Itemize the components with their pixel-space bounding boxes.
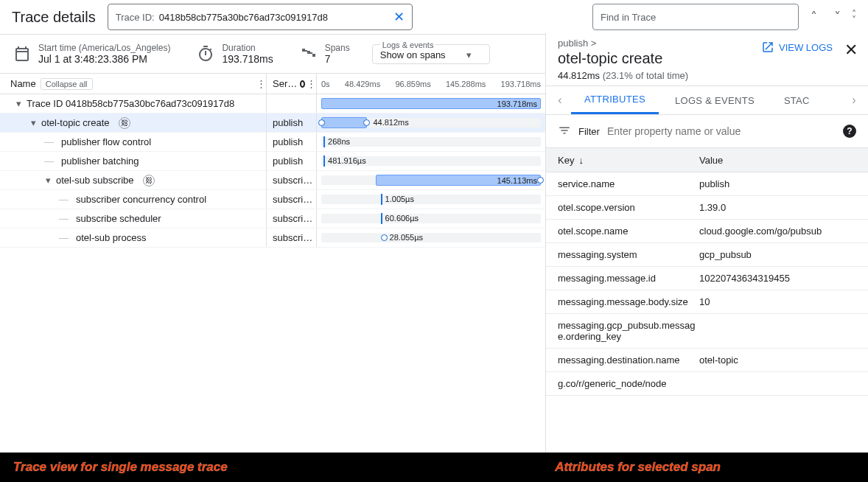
tab-next-icon[interactable]: ›	[846, 94, 862, 107]
page-title: Trace details	[12, 9, 96, 26]
attribute-row[interactable]: otel.scope.version1.39.0	[546, 196, 868, 220]
service-value: subscri…	[267, 209, 317, 228]
attr-value: otel-topic	[699, 354, 868, 366]
open-icon	[761, 41, 774, 54]
attribute-row[interactable]: g.co/r/generic_node/node	[546, 372, 868, 396]
caption-right: Attributes for selected span	[555, 460, 721, 475]
span-row[interactable]: —subscribe schedulersubscri…60.606µs	[0, 209, 545, 228]
attribute-row[interactable]: otel.scope.namecloud.google.com/go/pubsu…	[546, 220, 868, 243]
timeline-cell[interactable]: 1.005µs	[317, 190, 545, 209]
clear-icon[interactable]: ✕	[393, 9, 405, 25]
find-in-trace-input[interactable]: Find in Trace	[592, 4, 799, 30]
tab-stack[interactable]: STAC	[771, 86, 823, 114]
tab-attributes[interactable]: ATTRIBUTES	[571, 86, 659, 114]
link-icon[interactable]: ⛓	[119, 117, 130, 129]
expand-icon[interactable]: ˄˅	[852, 11, 856, 23]
attr-key: messaging.destination.name	[546, 354, 699, 366]
timeline-cell[interactable]: 28.055µs	[317, 228, 545, 247]
view-logs-button[interactable]: VIEW LOGS	[761, 41, 833, 54]
timeline-cell[interactable]: 268ns	[317, 133, 545, 151]
attr-key: messaging.message.id	[546, 273, 699, 284]
timeline-cell[interactable]: 44.812ms	[317, 113, 545, 132]
span-name: Trace ID 0418b58cb775a30bc76ad73c091917d…	[27, 98, 234, 109]
filter-input[interactable]	[607, 125, 836, 137]
span-name: otel-sub process	[76, 232, 146, 243]
trace-id-value: 0418b58cb775a30bc76ad73c091917d8	[159, 12, 389, 23]
attr-key: messaging.system	[546, 249, 699, 260]
attr-key-header[interactable]: Key	[558, 155, 574, 166]
col-resize-icon[interactable]: ⋮	[256, 78, 266, 89]
filter-icon	[558, 124, 571, 139]
service-col-header: Ser…	[273, 78, 297, 89]
toggle-icon[interactable]: ▾	[44, 175, 52, 186]
service-value: subscri…	[267, 171, 317, 189]
timeline-cell[interactable]: 481.916µs	[317, 152, 545, 170]
span-row[interactable]: —otel-sub processsubscri…28.055µs	[0, 228, 545, 248]
span-row[interactable]: ▾Trace ID 0418b58cb775a30bc76ad73c091917…	[0, 94, 545, 113]
duration-label: Duration	[222, 43, 273, 53]
attribute-row[interactable]: messaging.destination.nameotel-topic	[546, 349, 868, 372]
service-value	[267, 94, 317, 113]
span-row[interactable]: —subscriber concurrency controlsubscri…1…	[0, 190, 545, 209]
collapse-all-button[interactable]: Collapse all	[41, 78, 93, 90]
service-value: publish	[267, 152, 317, 170]
timeline-cell[interactable]: 60.606µs	[317, 209, 545, 228]
attr-key: messaging.gcp_pubsub.message.ordering_ke…	[546, 320, 699, 342]
service-value: subscri…	[267, 190, 317, 209]
attr-value: 10	[699, 296, 868, 307]
tab-prev-icon[interactable]: ‹	[552, 94, 568, 107]
service-dot-icon	[300, 80, 305, 88]
toggle-icon[interactable]: ▾	[29, 117, 37, 128]
attribute-row[interactable]: service.namepublish	[546, 172, 868, 196]
calendar-icon	[13, 45, 31, 63]
col-resize-icon[interactable]: ⋮	[307, 78, 316, 89]
attr-key: otel.scope.version	[546, 202, 699, 213]
span-name: subscriber concurrency control	[76, 194, 206, 205]
toggle-icon[interactable]: ▾	[15, 98, 22, 109]
span-row[interactable]: ▾otel-sub subscribe⛓subscri…145.113ms	[0, 171, 545, 190]
logs-events-option[interactable]: Show on spans▾	[380, 49, 482, 60]
attr-key: service.name	[546, 178, 699, 189]
find-prev-icon[interactable]: ˄	[805, 9, 822, 25]
attr-key: otel.scope.name	[546, 226, 699, 237]
attr-key: g.co/r/generic_node/node	[546, 378, 699, 389]
timeline-cell[interactable]: 193.718ms	[317, 94, 545, 113]
name-col-header: Name	[10, 78, 36, 89]
find-next-icon[interactable]: ˅	[828, 9, 846, 25]
spans-label: Spans	[325, 43, 350, 53]
attribute-row[interactable]: messaging.systemgcp_pubsub	[546, 243, 868, 267]
attr-value: 1.39.0	[699, 202, 868, 213]
attr-value: 10220743634319455	[699, 273, 868, 284]
timeline-cell[interactable]: 145.113ms	[317, 171, 545, 189]
attr-value	[699, 320, 868, 342]
attr-key: messaging.message.body.size	[546, 296, 699, 307]
service-value: subscri…	[267, 228, 317, 247]
spans-value: 7	[325, 53, 350, 65]
attr-value	[699, 378, 868, 389]
trace-id-label: Trace ID:	[116, 12, 155, 23]
attr-value-header[interactable]: Value	[699, 155, 868, 166]
link-icon[interactable]: ⛓	[143, 175, 155, 186]
trace-id-search[interactable]: Trace ID: 0418b58cb775a30bc76ad73c091917…	[108, 4, 413, 30]
caption-bar: Trace view for single message trace Attr…	[0, 453, 868, 482]
logs-events-fieldset: Logs & events Show on spans▾	[372, 44, 490, 64]
start-time-value: Jul 1 at 3:48:23.386 PM	[38, 53, 170, 65]
span-row[interactable]: —publisher flow controlpublish268ns	[0, 133, 545, 152]
span-name: subscribe scheduler	[76, 213, 161, 224]
span-row[interactable]: —publisher batchingpublish481.916µs	[0, 152, 545, 171]
attribute-row[interactable]: messaging.message.body.size10	[546, 290, 868, 314]
span-row[interactable]: ▾otel-topic create⛓publish44.812ms	[0, 113, 545, 133]
sort-icon[interactable]: ↓	[578, 155, 584, 166]
attribute-row[interactable]: messaging.message.id10220743634319455	[546, 267, 868, 290]
timer-icon	[197, 45, 214, 63]
help-icon[interactable]: ?	[843, 125, 856, 138]
span-duration: 44.812ms	[558, 70, 600, 81]
span-name: publisher batching	[61, 156, 139, 167]
span-name: otel-sub subscribe	[56, 175, 134, 186]
close-icon[interactable]: ✕	[844, 41, 858, 60]
tab-logs-events[interactable]: LOGS & EVENTS	[662, 86, 768, 114]
spans-icon	[300, 45, 318, 63]
logs-events-legend: Logs & events	[380, 41, 436, 49]
attr-value: gcp_pubsub	[699, 249, 868, 260]
attribute-row[interactable]: messaging.gcp_pubsub.message.ordering_ke…	[546, 314, 868, 349]
